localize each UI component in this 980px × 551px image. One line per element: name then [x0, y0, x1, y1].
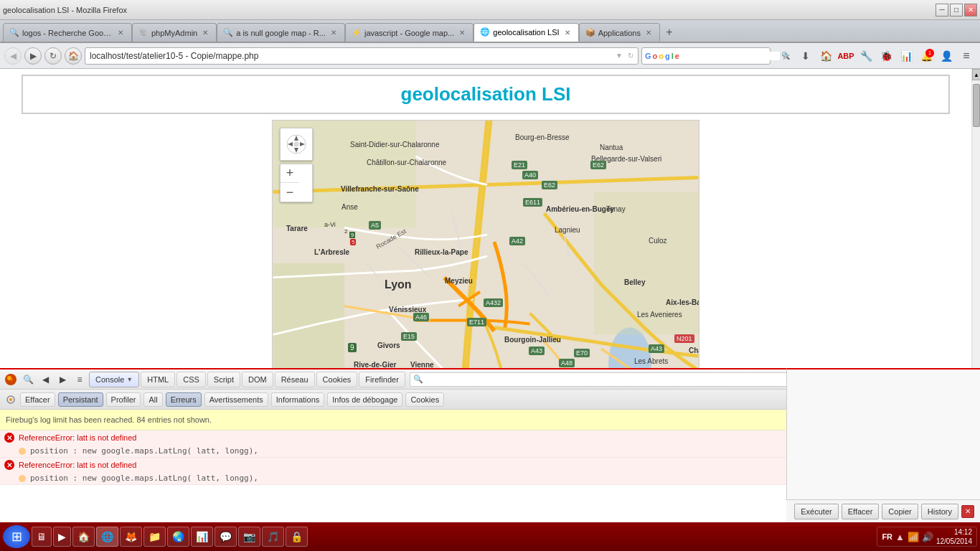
- zoom-out-button[interactable]: −: [281, 183, 299, 202]
- map-controls: + −: [280, 128, 313, 202]
- taskbar-app-9[interactable]: 💬: [215, 527, 237, 547]
- search-input[interactable]: [681, 52, 780, 60]
- google-logo-o2: o: [659, 52, 664, 60]
- address-bar: ◀ ▶ ↻ 🏠 localhost/test/atelier10-5 - Cop…: [0, 43, 980, 69]
- google-logo: G: [645, 52, 651, 60]
- taskbar-app-12[interactable]: 🔒: [286, 527, 308, 547]
- home-button[interactable]: 🏠: [65, 47, 82, 65]
- minimize-button[interactable]: ─: [936, 4, 948, 17]
- filter-avertissements-button[interactable]: Avertissements: [204, 392, 268, 407]
- firebug-menu-button[interactable]: ≡: [72, 372, 88, 387]
- taskbar-app-6[interactable]: 📁: [143, 527, 166, 547]
- taskbar-icon-6: 📁: [149, 531, 161, 542]
- address-bar-input[interactable]: localhost/test/atelier10-5 - Copie/mappe…: [85, 47, 639, 65]
- filter-debug-button[interactable]: Infos de débogage: [327, 392, 402, 407]
- tray-icon-chevron[interactable]: ▲: [895, 532, 905, 542]
- tray-icon-network[interactable]: 📶: [908, 532, 919, 542]
- maximize-button[interactable]: □: [950, 4, 963, 17]
- tab-close-5[interactable]: ✕: [562, 27, 573, 37]
- firebug-search-input[interactable]: [423, 375, 531, 384]
- history-button[interactable]: History: [921, 504, 958, 519]
- taskbar-icon-10: 📷: [243, 531, 255, 542]
- clock-time: 14:12: [954, 527, 972, 537]
- menu-button[interactable]: ≡: [957, 47, 976, 65]
- firebug-forward-button[interactable]: ▶: [55, 372, 70, 387]
- tab-close-3[interactable]: ✕: [329, 28, 339, 38]
- taskbar-app-10[interactable]: 📷: [238, 527, 260, 547]
- firebug-tab-css[interactable]: CSS: [176, 372, 206, 387]
- home-icon[interactable]: 🏠: [816, 47, 835, 65]
- extension-icon[interactable]: 🐞: [877, 47, 895, 65]
- dropdown-arrow-icon[interactable]: ▼: [616, 52, 623, 60]
- tab-close-4[interactable]: ✕: [457, 28, 467, 38]
- tab-close-1[interactable]: ✕: [116, 28, 126, 38]
- tab-favicon-1: 🔍: [9, 28, 19, 38]
- monitor-icon[interactable]: 📊: [897, 47, 915, 65]
- taskbar-app-2[interactable]: ▶: [53, 527, 71, 547]
- tab-null-google[interactable]: 🔍 a is null google map - R... ✕: [217, 23, 345, 42]
- firebug-logo-button[interactable]: [3, 372, 19, 387]
- forward-button[interactable]: ▶: [24, 47, 42, 65]
- system-clock[interactable]: 14:12 12/05/2014: [936, 527, 972, 546]
- scroll-up-button[interactable]: ▲: [972, 69, 980, 80]
- tray-icon-volume[interactable]: 🔊: [922, 532, 933, 542]
- svg-point-14: [9, 398, 12, 401]
- code-text-1: position : new google.maps.LatLng( latt,…: [30, 446, 258, 456]
- filter-effacer-button[interactable]: Effacer: [20, 392, 55, 407]
- zoom-in-button[interactable]: +: [281, 164, 299, 183]
- firebug-tab-html[interactable]: HTML: [141, 372, 175, 387]
- taskbar-icon-9: 💬: [220, 531, 232, 542]
- back-button[interactable]: ◀: [4, 47, 22, 65]
- firebug-tab-console[interactable]: Console ▼: [89, 372, 139, 387]
- firebug-tab-dom[interactable]: DOM: [242, 372, 273, 387]
- taskbar-app-7[interactable]: 🌏: [167, 527, 189, 547]
- taskbar-app-3[interactable]: 🏠: [72, 527, 95, 547]
- bottom-close-button[interactable]: ✕: [961, 505, 974, 518]
- reload-button[interactable]: ↻: [44, 47, 62, 65]
- taskbar-app-1[interactable]: 🖥: [32, 527, 52, 547]
- copier-button[interactable]: Copier: [882, 504, 918, 519]
- browser-window: geolocalisation LSI - Mozilla Firefox ─ …: [0, 0, 980, 551]
- filter-erreurs-button[interactable]: Erreurs: [166, 392, 202, 407]
- filter-persistant-button[interactable]: Persistant: [58, 392, 103, 407]
- executer-button[interactable]: Exécuter: [794, 504, 838, 519]
- firebug-inspect-button[interactable]: 🔍: [20, 372, 36, 387]
- search-box[interactable]: G o o g l e 🔍: [641, 47, 771, 65]
- tab-close-2[interactable]: ✕: [200, 28, 210, 38]
- bookmark-icon[interactable]: ☆: [776, 47, 795, 65]
- svg-point-10: [294, 142, 298, 146]
- tab-close-6[interactable]: ✕: [644, 28, 654, 38]
- filter-cookies-button[interactable]: Cookies: [405, 392, 444, 407]
- map-nav-control[interactable]: [280, 128, 313, 161]
- reload-small-icon[interactable]: ↻: [628, 52, 633, 60]
- tab-logos-google[interactable]: 🔍 logos - Recherche Google ✕: [3, 23, 132, 42]
- download-icon[interactable]: ⬇: [796, 47, 815, 65]
- firebug-back-button[interactable]: ◀: [37, 372, 53, 387]
- firebug-side-panel: Exécuter Effacer Copier History ✕: [786, 368, 980, 522]
- notification-icon[interactable]: 🔔 1: [917, 47, 936, 65]
- tab-geolocalisation[interactable]: 🌐 geolocalisation LSI ✕: [473, 23, 578, 42]
- firebug-tab-cookies[interactable]: Cookies: [316, 372, 358, 387]
- taskbar-app-8[interactable]: 📊: [191, 527, 213, 547]
- close-button[interactable]: ✕: [964, 4, 977, 17]
- filter-all-button[interactable]: All: [143, 392, 162, 407]
- new-tab-button[interactable]: +: [660, 23, 679, 42]
- taskbar-app-11[interactable]: 🎵: [262, 527, 284, 547]
- filter-profiler-button[interactable]: Profiler: [106, 392, 141, 407]
- firebug-tab-firefinder[interactable]: Firefinder: [359, 372, 405, 387]
- effacer-button[interactable]: Effacer: [842, 504, 880, 519]
- taskbar-app-4[interactable]: 🌐: [96, 527, 118, 547]
- firebug-tab-script[interactable]: Script: [207, 372, 240, 387]
- plugin-icon[interactable]: 🔧: [857, 47, 875, 65]
- start-button[interactable]: ⊞: [3, 525, 30, 548]
- user-icon[interactable]: 👤: [937, 47, 956, 65]
- tab-phpmyadmin[interactable]: 🐘 phpMyAdmin ✕: [132, 23, 217, 42]
- tab-javascript-google[interactable]: ⚡ javascript - Google map... ✕: [345, 23, 473, 42]
- adblock-icon[interactable]: ABP: [837, 47, 855, 65]
- filter-informations-button[interactable]: Informations: [271, 392, 325, 407]
- tab-applications[interactable]: 📦 Applications ✕: [579, 23, 660, 42]
- scroll-thumb[interactable]: [973, 84, 980, 127]
- firebug-tab-reseau[interactable]: Réseau: [275, 372, 315, 387]
- taskbar-app-5[interactable]: 🦊: [120, 527, 142, 547]
- map-container[interactable]: a-Vi 2 9 9 5 Saint-Didier-sur-Chalaronne…: [272, 120, 699, 392]
